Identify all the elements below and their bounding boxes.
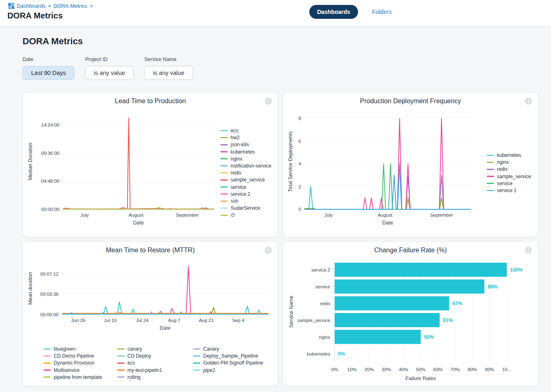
chart-legend: kubernetesnginxredissample_serviceservic… — [487, 152, 531, 193]
bar-value-label: 61% — [443, 317, 453, 323]
legend-item-ecs[interactable]: ecs — [220, 128, 271, 134]
series-line — [62, 302, 268, 315]
legend-item-kubernetes[interactable]: kubernetes — [487, 152, 531, 158]
legend-item-canary[interactable]: canary — [117, 346, 162, 352]
legend-swatch — [220, 144, 228, 145]
legend-swatch — [117, 356, 125, 357]
legend-item-rolling[interactable]: rolling — [117, 374, 162, 380]
legend-item-nginx[interactable]: nginx — [487, 159, 531, 165]
y-tick-label: 04:48:00 — [41, 179, 59, 184]
bar-redis[interactable] — [335, 296, 449, 310]
bar-value-label: 100% — [510, 267, 523, 273]
legend-swatch — [220, 158, 228, 159]
chart-title: Production Deployment Frequency — [283, 97, 538, 105]
series-line — [62, 266, 268, 315]
legend-label: json-k8s — [231, 142, 249, 147]
globe-icon[interactable] — [524, 97, 533, 105]
y-tick-label: 00:00:00 — [40, 312, 59, 317]
legend-item-my-test-pipelin1[interactable]: my-test-pipelin1 — [117, 367, 162, 373]
series-line — [305, 187, 471, 210]
legend-item-bluegreen[interactable]: bluegreen — [43, 346, 102, 352]
category-label: redis — [320, 301, 330, 306]
legend-item-kubernetes[interactable]: kubernetes — [220, 149, 271, 155]
dashboards-grid-icon — [8, 3, 14, 9]
y-tick-label: 0 — [299, 207, 301, 212]
legend-swatch — [487, 162, 494, 163]
legend-item-pipe2[interactable]: pipe2 — [193, 367, 263, 373]
globe-icon[interactable] — [524, 246, 533, 254]
legend-swatch — [193, 356, 200, 357]
legend-swatch — [117, 349, 125, 350]
legend-item-Multiservice[interactable]: Multiservice — [43, 367, 102, 373]
breadcrumb-dora-metrics-link[interactable]: DORA Metrics — [54, 3, 87, 9]
bar-sample_service[interactable] — [335, 313, 440, 327]
legend-item-pipeline from template[interactable]: pipeline from template — [43, 374, 102, 380]
x-tick-label: August — [378, 213, 393, 218]
tab-folders[interactable]: Folders — [372, 9, 392, 15]
bar-service 2[interactable] — [335, 263, 507, 276]
globe-icon[interactable] — [264, 97, 272, 105]
legend-label: SudarService — [231, 205, 260, 211]
legend-swatch — [117, 363, 125, 364]
x-tick-label: 70% — [450, 367, 460, 372]
page-title: DORA Metrics — [23, 36, 83, 47]
legend-swatch — [487, 176, 494, 177]
bar-nginx[interactable] — [335, 330, 421, 344]
legend-item-∅[interactable]: ∅ — [220, 212, 271, 218]
x-tick-label: 50% — [416, 367, 425, 372]
legend-item-json-k8s[interactable]: json-k8s — [220, 142, 271, 147]
x-tick-label: Jul 10 — [104, 318, 117, 323]
legend-item-Golden PM Signoff Pipeline[interactable]: Golden PM Signoff Pipeline — [193, 360, 263, 366]
legend-label: ecs — [127, 360, 135, 366]
x-tick-label: Aug 21 — [199, 318, 213, 323]
legend-item-Canary[interactable]: Canary — [193, 346, 263, 352]
tab-dashboards[interactable]: Dashboards — [309, 5, 358, 19]
legend-swatch — [220, 130, 228, 131]
legend-swatch — [193, 349, 200, 350]
legend-label: Multiservice — [54, 367, 79, 373]
x-tick-label: July — [80, 213, 89, 218]
breadcrumb-dashboards-link[interactable]: Dashboards — [17, 3, 45, 9]
top-bar: Dashboards > DORA Metrics > DORA Metrics… — [0, 0, 551, 27]
legend-swatch — [43, 356, 51, 357]
y-tick-label: 09:36:00 — [41, 151, 59, 156]
legend-item-nginx[interactable]: nginx — [220, 156, 271, 162]
legend-item-sample_service[interactable]: sample_service — [487, 174, 531, 179]
legend-swatch — [193, 369, 200, 371]
legend-item-SudarService[interactable]: SudarService — [220, 205, 271, 211]
legend-swatch — [117, 369, 125, 371]
legend-item-service 2[interactable]: service 2 — [220, 191, 271, 197]
chart-legend: ecshw2json-k8skubernetesnginxnotificatio… — [220, 128, 271, 218]
legend-item-service[interactable]: service — [220, 184, 271, 190]
legend-item-Deploy_Sample_Pipeline[interactable]: Deploy_Sample_Pipeline — [193, 353, 263, 359]
globe-icon[interactable] — [264, 246, 272, 254]
legend-item-ecs[interactable]: ecs — [117, 360, 162, 366]
legend-item-service[interactable]: service — [487, 181, 531, 186]
legend-item-notification-service[interactable]: notification-service — [220, 163, 271, 169]
y-tick-label: 6 — [299, 139, 301, 144]
legend-item-service 2[interactable]: service 2 — [487, 188, 531, 193]
legend-item-redis[interactable]: redis — [220, 170, 271, 176]
x-tick-label: July — [324, 213, 333, 218]
legend-item-CD Deploy[interactable]: CD Deploy — [117, 353, 162, 359]
bar-value-label: 0% — [338, 351, 345, 357]
legend-item-sample_service[interactable]: sample_service — [220, 177, 271, 183]
legend-item-hw2[interactable]: hw2 — [220, 135, 271, 140]
bar-service[interactable] — [335, 279, 484, 293]
legend-label: service 2 — [231, 191, 250, 197]
legend-item-redis[interactable]: redis — [487, 166, 531, 172]
filter-date-value-button[interactable]: Last 90 Days — [23, 66, 75, 80]
line-chart-canvas: 00:00:0000:03:3600:07:12Jun 26Jul 10Jul … — [26, 256, 274, 338]
legend-item-Dynamic Provision[interactable]: Dynamic Provision — [43, 360, 102, 366]
breadcrumb-separator: > — [48, 3, 51, 9]
y-tick-label: 8 — [299, 116, 301, 121]
filter-project-id-value-button[interactable]: is any value — [85, 66, 134, 80]
legend-item-ssh[interactable]: ssh — [220, 198, 271, 204]
legend-label: service 2 — [497, 188, 517, 193]
filter-service-name-value-button[interactable]: is any value — [144, 66, 193, 80]
legend-label: kubernetes — [497, 152, 521, 158]
filter-date-label: Date — [23, 57, 75, 62]
view-tabs: Dashboards Folders — [309, 5, 392, 19]
x-tick-label: 80% — [467, 367, 477, 372]
legend-item-CD Demo Pipeline[interactable]: CD Demo Pipeline — [43, 353, 102, 359]
